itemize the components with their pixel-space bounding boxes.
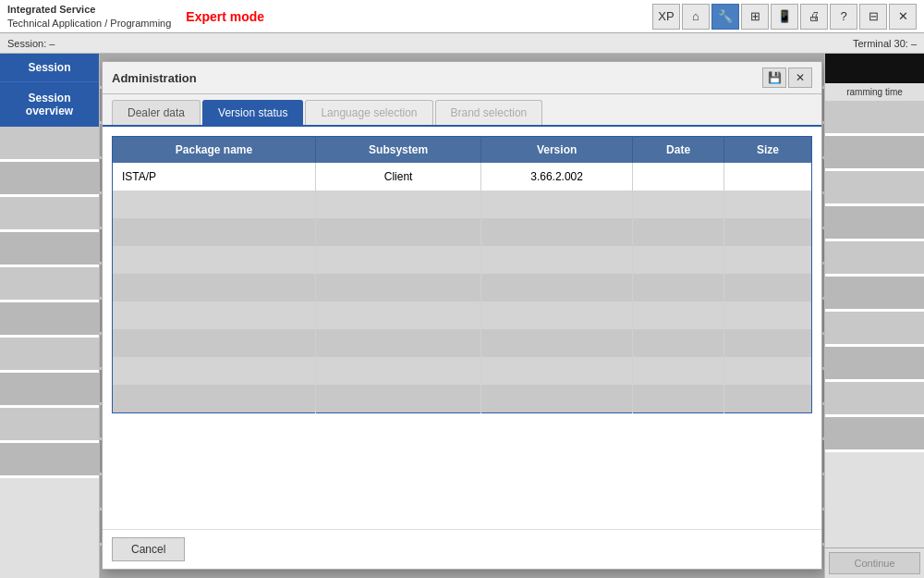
empty-cell xyxy=(316,385,481,412)
home-button[interactable]: ⌂ xyxy=(682,4,710,30)
sidebar-row xyxy=(0,197,99,232)
empty-cell xyxy=(113,274,316,301)
expert-mode-label: Expert mode xyxy=(186,9,264,24)
grid-button[interactable]: ⊞ xyxy=(741,4,769,30)
modal-header: Administration 💾 ✕ xyxy=(103,62,821,94)
sidebar-row xyxy=(0,338,99,373)
table-row-empty xyxy=(113,274,812,301)
empty-cell xyxy=(481,274,633,301)
col-size: Size xyxy=(724,137,812,164)
empty-cell xyxy=(724,329,812,357)
empty-cell xyxy=(633,329,724,357)
wrench-button[interactable]: 🔧 xyxy=(711,4,739,30)
right-bottom: Continue xyxy=(825,547,924,578)
session-bar: Session: – Terminal 30: – xyxy=(0,33,924,54)
empty-cell xyxy=(724,191,812,218)
right-row xyxy=(825,382,924,417)
sidebar-item-label: Session overview xyxy=(26,92,73,117)
empty-cell xyxy=(316,274,481,301)
right-panel-black-area xyxy=(825,54,924,83)
app-subtitle: Technical Application / Programming xyxy=(7,17,171,30)
empty-cell xyxy=(113,329,316,357)
empty-cell xyxy=(633,357,724,385)
right-row xyxy=(825,277,924,312)
continue-button[interactable]: Continue xyxy=(829,552,920,574)
modal-close-button[interactable]: ✕ xyxy=(788,68,812,88)
empty-cell xyxy=(724,301,812,329)
empty-cell xyxy=(633,246,724,274)
empty-cell xyxy=(316,191,481,218)
sidebar-header: Session xyxy=(0,54,99,81)
print-button[interactable]: 🖨 xyxy=(800,4,828,30)
empty-cell xyxy=(633,301,724,329)
empty-cell xyxy=(316,357,481,385)
cell-version: 3.66.2.002 xyxy=(481,163,633,191)
empty-cell xyxy=(113,218,316,246)
right-row xyxy=(825,347,924,382)
sidebar-row xyxy=(0,443,99,478)
version-table: Package name Subsystem Version Date Size… xyxy=(112,136,812,413)
sidebar-row xyxy=(0,408,99,443)
administration-modal: Administration 💾 ✕ Dealer data Version s… xyxy=(102,61,822,570)
help-button[interactable]: ? xyxy=(830,4,857,30)
sidebar-row xyxy=(0,267,99,302)
empty-cell xyxy=(316,246,481,274)
sidebar-row xyxy=(0,127,99,162)
modal-body: Package name Subsystem Version Date Size… xyxy=(103,127,821,529)
empty-cell xyxy=(316,218,481,246)
right-row xyxy=(825,171,924,206)
session-label: Session: – xyxy=(7,38,55,49)
table-row-empty xyxy=(113,329,812,357)
xp-button[interactable]: XP xyxy=(652,4,680,30)
empty-cell xyxy=(481,218,633,246)
cell-size xyxy=(724,163,812,191)
toolbar-icons: XP ⌂ 🔧 ⊞ 📱 🖨 ? ⊟ ✕ xyxy=(652,4,917,30)
empty-cell xyxy=(481,329,633,357)
app-title: Integrated Service xyxy=(7,3,171,16)
col-version: Version xyxy=(481,137,633,164)
empty-cell xyxy=(724,218,812,246)
modal-tabs: Dealer data Version status Language sele… xyxy=(103,94,821,127)
modal-title: Administration xyxy=(112,71,197,85)
sidebar-row xyxy=(0,373,99,408)
empty-cell xyxy=(113,246,316,274)
tab-language-selection: Language selection xyxy=(305,100,432,125)
modal-overlay: Administration 💾 ✕ Dealer data Version s… xyxy=(100,54,824,578)
sidebar-item-session-overview[interactable]: Session overview xyxy=(0,81,99,127)
cell-package-name: ISTA/P xyxy=(113,163,316,191)
empty-cell xyxy=(724,246,812,274)
tab-brand-selection: Brand selection xyxy=(435,100,543,125)
top-bar: Integrated Service Technical Application… xyxy=(0,0,924,33)
app-info: Integrated Service Technical Application… xyxy=(7,3,171,30)
tab-version-status[interactable]: Version status xyxy=(202,100,303,125)
col-subsystem: Subsystem xyxy=(316,137,481,164)
modal-header-icons: 💾 ✕ xyxy=(762,68,812,88)
table-row-empty xyxy=(113,191,812,218)
sidebar-row xyxy=(0,232,99,267)
empty-cell xyxy=(113,385,316,412)
empty-cell xyxy=(724,385,812,412)
sidebar-row xyxy=(0,162,99,197)
empty-cell xyxy=(481,357,633,385)
modal-save-icon[interactable]: 💾 xyxy=(762,68,786,88)
close-button[interactable]: ✕ xyxy=(889,4,917,30)
sidebar-rows xyxy=(0,127,99,578)
empty-cell xyxy=(633,274,724,301)
col-date: Date xyxy=(633,137,724,164)
empty-cell xyxy=(633,385,724,412)
empty-cell xyxy=(481,385,633,412)
right-panel-rows xyxy=(825,101,924,547)
cancel-button[interactable]: Cancel xyxy=(112,537,185,561)
empty-cell xyxy=(113,191,316,218)
main-layout: Session Session overview xyxy=(0,54,924,578)
empty-cell xyxy=(113,357,316,385)
tab-dealer-data[interactable]: Dealer data xyxy=(112,100,201,125)
right-row xyxy=(825,312,924,347)
cell-date xyxy=(633,163,724,191)
table-row-empty xyxy=(113,218,812,246)
mobile-button[interactable]: 📱 xyxy=(771,4,798,30)
table-row-empty xyxy=(113,385,812,412)
minimize-button[interactable]: ⊟ xyxy=(859,4,887,30)
empty-cell xyxy=(316,301,481,329)
empty-cell xyxy=(113,301,316,329)
